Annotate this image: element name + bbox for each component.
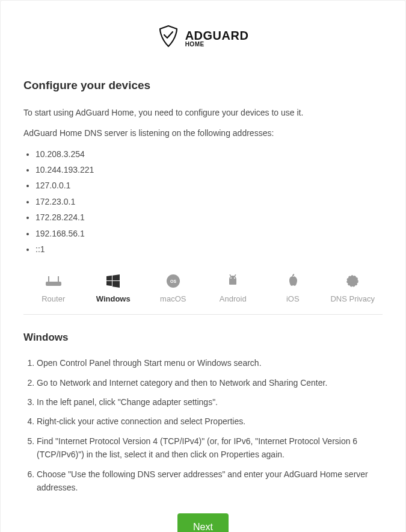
tab-android[interactable]: Android — [203, 274, 263, 306]
address-item: 172.28.224.1 — [35, 211, 383, 224]
tab-dns-privacy[interactable]: DNS DNS Privacy — [323, 274, 383, 306]
tab-label: DNS Privacy — [330, 293, 375, 306]
logo: ADGUARD HOME — [23, 25, 383, 52]
setup-card: ADGUARD HOME Configure your devices To s… — [0, 0, 406, 532]
logo-text: ADGUARD HOME — [185, 29, 249, 48]
tab-label: Router — [42, 293, 65, 306]
svg-line-8 — [235, 274, 236, 276]
address-item: 192.168.56.1 — [35, 227, 383, 240]
svg-point-6 — [234, 277, 235, 279]
tab-router[interactable]: Router — [23, 274, 84, 306]
instruction-step: Find "Internet Protocol Version 4 (TCP/I… — [37, 435, 383, 462]
intro-text-2: AdGuard Home DNS server is listening on … — [23, 126, 383, 140]
tab-macos[interactable]: OS macOS — [143, 274, 203, 306]
svg-text:DNS: DNS — [349, 280, 357, 283]
address-item: 172.23.0.1 — [35, 195, 383, 208]
tab-ios[interactable]: iOS — [263, 274, 323, 306]
tab-label: iOS — [286, 293, 300, 306]
svg-point-5 — [230, 277, 232, 279]
android-icon — [227, 274, 239, 288]
next-button[interactable]: Next — [177, 513, 229, 532]
instruction-step: In the left panel, click "Change adapter… — [37, 395, 383, 409]
logo-brand: ADGUARD — [185, 29, 249, 42]
macos-icon: OS — [166, 274, 180, 288]
page-title: Configure your devices — [23, 76, 383, 94]
apple-icon — [287, 274, 299, 288]
address-item: ::1 — [35, 243, 383, 256]
address-item: 127.0.0.1 — [35, 179, 383, 192]
shield-check-icon — [158, 25, 179, 52]
instruction-step: Go to Network and Internet category and … — [37, 376, 383, 389]
instruction-step: Choose "Use the following DNS server add… — [37, 468, 383, 495]
address-item: 10.244.193.221 — [35, 163, 383, 176]
button-row: Next — [23, 513, 383, 532]
intro-text-1: To start using AdGuard Home, you need to… — [23, 106, 383, 119]
svg-rect-2 — [46, 282, 61, 285]
instruction-step: Open Control Panel through Start menu or… — [37, 356, 383, 370]
tab-label: Android — [220, 293, 247, 306]
tab-label: Windows — [96, 293, 131, 306]
instructions-list: Open Control Panel through Start menu or… — [23, 356, 383, 494]
address-list: 10.208.3.25410.244.193.221127.0.0.1172.2… — [23, 147, 383, 256]
logo-sub: HOME — [185, 42, 249, 48]
svg-text:OS: OS — [170, 279, 176, 283]
instruction-step: Right-click your active connection and s… — [37, 415, 383, 428]
address-item: 10.208.3.254 — [35, 147, 383, 161]
dns-icon: DNS — [345, 274, 360, 288]
windows-icon — [106, 274, 120, 288]
platform-tabs: Router Windows OS macOS — [23, 269, 383, 315]
router-icon — [45, 274, 63, 288]
tab-label: macOS — [160, 293, 186, 306]
instructions-title: Windows — [23, 329, 383, 345]
svg-line-7 — [230, 274, 231, 276]
tab-windows[interactable]: Windows — [84, 274, 144, 306]
